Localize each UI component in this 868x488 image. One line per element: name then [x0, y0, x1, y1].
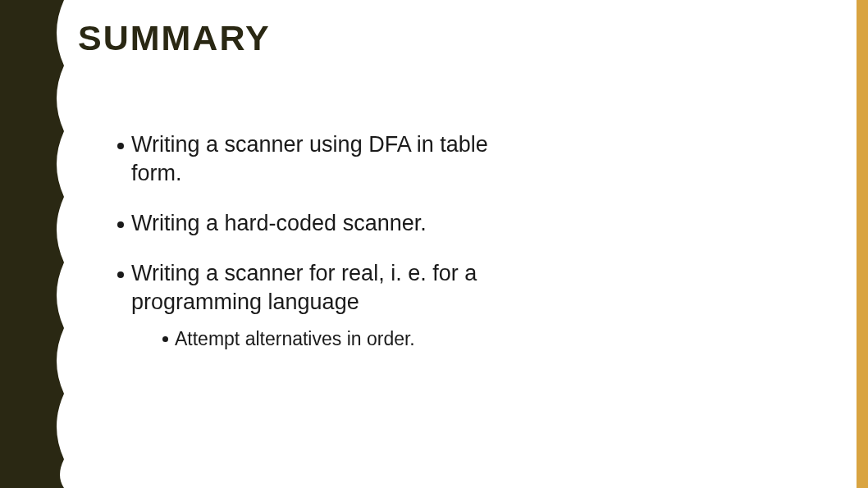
list-item: Attempt alternatives in order.: [162, 326, 843, 352]
left-decorative-stripe: [0, 0, 70, 488]
bullet-text: Writing a hard-coded scanner.: [131, 209, 427, 238]
bullet-icon: [117, 221, 124, 228]
right-accent-stripe: [857, 0, 868, 488]
bullet-text: Writing a scanner using DFA in table for…: [131, 130, 509, 188]
list-item: Writing a scanner using DFA in table for…: [117, 130, 843, 188]
list-item: Writing a scanner for real, i. e. for a …: [117, 259, 843, 317]
sub-bullet-list: Attempt alternatives in order.: [162, 326, 843, 352]
bullet-text: Writing a scanner for real, i. e. for a …: [131, 259, 509, 317]
sub-bullet-text: Attempt alternatives in order.: [175, 326, 415, 352]
bullet-list: Writing a scanner using DFA in table for…: [117, 130, 843, 353]
slide-title: SUMMARY: [78, 18, 843, 58]
bullet-icon: [117, 271, 124, 278]
slide-content: SUMMARY Writing a scanner using DFA in t…: [78, 18, 843, 353]
list-item: Writing a hard-coded scanner.: [117, 209, 843, 238]
wavy-stripe-svg: [0, 0, 70, 488]
bullet-icon: [162, 336, 168, 342]
bullet-icon: [117, 143, 124, 149]
